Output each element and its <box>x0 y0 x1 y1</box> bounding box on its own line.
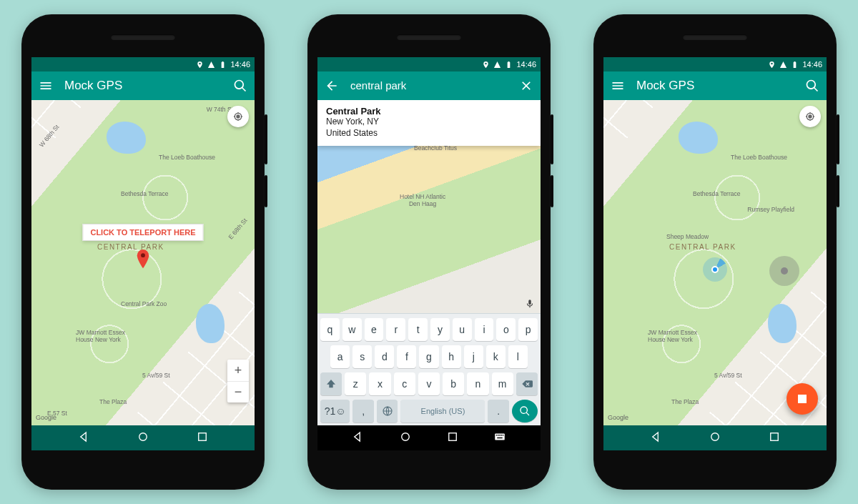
key-r[interactable]: r <box>386 318 405 341</box>
backspace-key[interactable] <box>516 372 538 395</box>
key-n[interactable]: n <box>467 372 488 395</box>
search-result-card[interactable]: Central Park New York, NY United States <box>317 100 541 146</box>
period-key[interactable]: . <box>488 400 509 423</box>
app-title: Mock GPS <box>64 79 222 93</box>
zoom-in-button[interactable]: + <box>227 360 249 381</box>
app-bar: Mock GPS <box>603 71 827 100</box>
teleport-callout[interactable]: CLICK TO TELEPORT HERE <box>82 224 203 241</box>
search-app-bar <box>317 71 541 100</box>
key-o[interactable]: o <box>496 318 516 341</box>
key-u[interactable]: u <box>453 318 472 341</box>
map-label: JW Marriott Essex House New York <box>648 329 697 343</box>
search-icon[interactable] <box>805 79 819 93</box>
zoom-out-button[interactable]: − <box>227 381 249 402</box>
zoom-control: + − <box>227 360 249 402</box>
map-label: Sheep Meadow <box>666 233 709 240</box>
key-b[interactable]: b <box>443 372 464 395</box>
nav-back-button[interactable] <box>78 430 91 446</box>
result-name: Central Park <box>326 106 532 117</box>
nav-home-button[interactable] <box>709 430 721 446</box>
svg-rect-8 <box>498 435 499 436</box>
voice-search-icon[interactable] <box>525 299 535 309</box>
location-icon <box>196 61 204 69</box>
nav-bar <box>31 425 255 450</box>
map-pin-icon[interactable] <box>136 249 150 270</box>
nav-recent-button[interactable] <box>196 430 209 446</box>
key-i[interactable]: i <box>475 318 494 341</box>
map-park-name: CENTRAL PARK <box>97 243 164 251</box>
signal-icon <box>779 61 787 69</box>
svg-point-0 <box>141 253 145 257</box>
key-v[interactable]: v <box>418 372 440 395</box>
map-attribution: Google <box>36 414 56 421</box>
my-location-button[interactable] <box>799 106 821 127</box>
key-t[interactable]: t <box>408 318 428 341</box>
map-label: The Plaza <box>99 398 127 405</box>
key-f[interactable]: f <box>397 345 416 368</box>
key-g[interactable]: g <box>419 345 438 368</box>
my-location-dot <box>703 257 727 282</box>
key-h[interactable]: h <box>442 345 461 368</box>
map-canvas[interactable]: W 74th St The Loeb Boathouse Bethesda Te… <box>31 100 255 425</box>
phone-frame: 14:46 Mock GPS The Loeb Boathouse Bethes… <box>593 14 837 490</box>
svg-rect-5 <box>449 433 457 440</box>
map-label: Rumsey Playfield <box>747 206 794 213</box>
key-p[interactable]: p <box>518 318 538 341</box>
nav-bar <box>603 425 827 450</box>
clear-icon[interactable] <box>519 79 533 93</box>
key-s[interactable]: s <box>352 345 372 368</box>
key-m[interactable]: m <box>492 372 513 395</box>
status-bar: 14:46 <box>31 57 255 71</box>
key-c[interactable]: c <box>394 372 415 395</box>
map-park-name: CENTRAL PARK <box>669 243 736 251</box>
shift-key[interactable] <box>320 372 342 395</box>
comma-key[interactable]: , <box>352 400 374 423</box>
language-key[interactable] <box>377 400 398 423</box>
nav-home-button[interactable] <box>137 430 149 446</box>
battery-icon <box>791 61 799 69</box>
nav-home-button[interactable] <box>399 430 412 446</box>
key-e[interactable]: e <box>365 318 384 341</box>
nav-keyboard-button[interactable] <box>493 430 506 446</box>
svg-rect-10 <box>501 435 503 436</box>
key-x[interactable]: x <box>369 372 390 395</box>
hamburger-icon[interactable] <box>611 79 625 93</box>
svg-point-1 <box>139 433 147 440</box>
nav-recent-button[interactable] <box>768 430 781 446</box>
key-d[interactable]: d <box>375 345 394 368</box>
key-q[interactable]: q <box>320 318 340 341</box>
location-icon <box>768 61 776 69</box>
stop-mock-button[interactable] <box>786 383 818 415</box>
key-l[interactable]: l <box>508 345 528 368</box>
map-label: Central Park Zoo <box>121 300 167 307</box>
nav-bar <box>317 425 541 450</box>
svg-rect-11 <box>503 435 504 436</box>
search-input[interactable] <box>350 79 508 92</box>
key-z[interactable]: z <box>345 372 366 395</box>
map-canvas[interactable]: The Loeb Boathouse Bethesda Terrace Rums… <box>603 100 827 425</box>
key-j[interactable]: j <box>464 345 483 368</box>
status-bar: 14:46 <box>603 57 827 71</box>
key-a[interactable]: a <box>330 345 350 368</box>
search-icon[interactable] <box>233 79 247 93</box>
key-w[interactable]: w <box>342 318 362 341</box>
search-action-key[interactable] <box>512 400 538 423</box>
nav-back-button[interactable] <box>650 430 663 446</box>
kbd-row1: qwertyuiop <box>320 318 538 341</box>
back-arrow-icon[interactable] <box>325 79 339 93</box>
space-key[interactable]: English (US) <box>400 400 485 423</box>
nav-recent-button[interactable] <box>446 430 459 446</box>
symbols-key[interactable]: ?1☺ <box>320 400 350 423</box>
hamburger-icon[interactable] <box>39 79 53 93</box>
phone-frame: 14:46 Mock GPS W 74th St The Loeb Boatho… <box>21 14 265 490</box>
keyboard: qwertyuiop asdfghjkl zxcvbnm ?1☺ , Engli… <box>317 313 541 425</box>
key-y[interactable]: y <box>430 318 450 341</box>
nav-back-button[interactable] <box>352 430 365 446</box>
map-label: Bethesda Terrace <box>121 190 168 197</box>
svg-rect-12 <box>497 437 503 438</box>
svg-rect-6 <box>495 433 505 440</box>
map-canvas[interactable]: Central Park New York, NY United States … <box>317 100 541 313</box>
phone-frame: 14:46 Central Park New York, NY United S… <box>307 14 551 490</box>
my-location-button[interactable] <box>227 106 249 127</box>
key-k[interactable]: k <box>486 345 506 368</box>
